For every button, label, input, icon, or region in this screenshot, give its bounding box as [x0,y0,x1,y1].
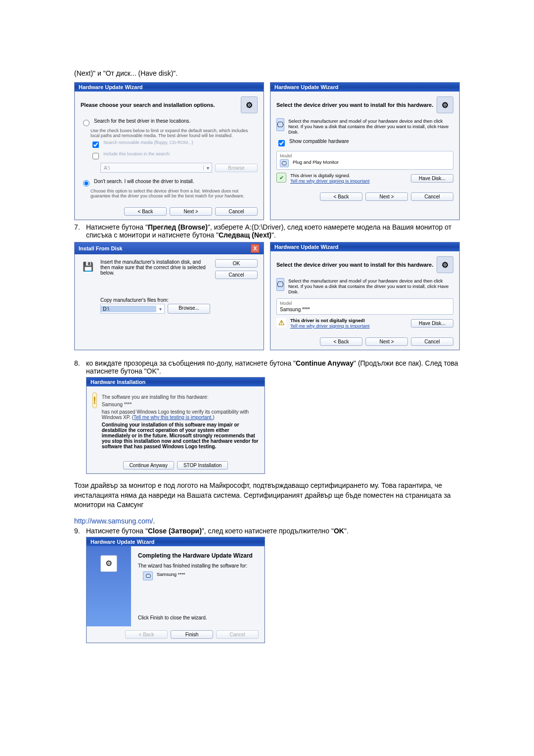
cancel-button[interactable]: Cancel [215,271,258,279]
title-text: Hardware Update Wizard [79,84,143,90]
title-text: Hardware Update Wizard [90,539,155,545]
back-button[interactable]: < Back [125,630,168,639]
heading: Select the device driver you want to ins… [276,102,433,108]
disk-icon: 💾 [81,259,95,274]
hw-line1: The software you are installing for this… [102,394,259,400]
intro-text: (Next)" и "От диск... (Have disk)". [74,69,460,77]
model-item[interactable]: Plug and Play Monitor [293,159,339,165]
copy-from-combo[interactable]: D:\ ▾ [100,304,165,314]
signing-link[interactable]: Tell me why driver signing is important [290,323,370,329]
step-number: 8. [74,359,86,367]
signing-link[interactable]: Tell me why driver signing is important [290,178,370,184]
dialog-select-driver-1: Hardware Update Wizard Select the device… [270,82,460,220]
titlebar: Hardware Update Wizard [87,537,265,546]
next-button[interactable]: Next > [365,192,408,201]
logo-test-link[interactable]: Tell me why this testing is important. [134,415,213,420]
continue-anyway-button[interactable]: Continue Anyway [123,461,174,470]
title-text: Install From Disk [79,245,123,251]
ifd-message: Insert the manufacturer's installation d… [100,259,210,276]
chk-include-label: Include this location in the search: [103,151,171,156]
url-dot: . [153,517,155,525]
radio1-subtext: Use the check boxes below to limit or ex… [90,128,258,138]
t: Натиснете бутона " [86,527,148,535]
step-7-text: Натиснете бутона "Преглед (Browse)", изб… [86,223,460,239]
step-number: 9. [74,527,86,535]
title-text: Hardware Installation [90,379,145,385]
t: ко виждате прозореца за съобщения по-дол… [86,359,296,367]
warning-icon: ! [92,392,97,408]
radio2-subtext: Choose this option to select the device … [90,189,258,198]
ok-button[interactable]: OK [215,259,258,268]
chip-icon: ⚙ [437,256,453,273]
titlebar: Hardware Update Wizard [270,242,459,251]
t: Преглед (Browse) [148,223,208,231]
stop-installation-button[interactable]: STOP Installation [177,461,228,470]
radio-dont-search[interactable] [83,180,89,187]
warning-icon: ⚠ [276,318,286,328]
step-8-text: ко виждате прозореца за съобщения по-дол… [86,359,460,375]
back-button[interactable]: < Back [124,207,167,216]
heading: Select the device driver you want to ins… [276,262,433,268]
chip-icon: ⚙ [241,96,258,113]
t: Close (Затвори) [148,527,202,535]
chip-icon: ⚙ [100,555,117,572]
radio-search-best[interactable] [83,120,89,126]
chk-removable-label: Search removable media (floppy, CD-ROM..… [103,140,193,145]
next-button[interactable]: Next > [365,337,408,346]
have-disk-button[interactable]: Have Disk... [411,319,453,328]
title-text: Hardware Update Wizard [274,84,339,90]
model-item[interactable]: Samsung **** [280,307,450,312]
t: Следващ (Next) [219,231,271,239]
cancel-button[interactable]: Cancel [216,630,259,639]
combo-value: D:\ [101,306,156,312]
titlebar: Hardware Update Wizard [270,83,459,92]
done-line2: Click Finish to close the wizard. [138,615,258,620]
cancel-button[interactable]: Cancel [215,207,258,216]
t: ". [344,527,349,535]
finish-button[interactable]: Finish [171,630,213,639]
titlebar: Hardware Update Wizard [75,83,264,92]
t: OK [334,527,344,535]
hw-warning: Continuing your installation of this sof… [102,422,259,449]
dialog-search-options: Hardware Update Wizard Please choose you… [74,82,264,220]
mid-paragraph: Този драйвър за монитор е под логото на … [74,481,460,510]
t: Натиснете бутона " [86,223,148,231]
chevron-down-icon: ▾ [156,306,164,312]
have-disk-button[interactable]: Have Disk... [411,174,453,183]
hw-line2b: ) [213,415,214,420]
t: ", след което натиснете продължително " [202,527,334,535]
cancel-button[interactable]: Cancel [411,337,453,346]
step-9-text: Натиснете бутона "Close (Затвори)", след… [86,527,460,535]
monitor-icon: 🖵 [276,278,284,291]
browse-button[interactable]: Browse [215,164,258,172]
cancel-button[interactable]: Cancel [411,192,453,201]
titlebar: Install From Disk X [75,242,264,254]
info-text: Select the manufacturer and model of you… [288,278,453,294]
radio-dont-search-label: Don't search. I will choose the driver t… [94,179,194,184]
wizard-sidebar: ⚙ [87,546,131,626]
chk-show-compatible-label: Show compatible hardware [289,139,349,144]
t: Continue Anyway [296,359,354,367]
location-combo-text: A:\ [101,165,203,171]
location-combo[interactable]: A:\ ▾ [100,163,212,173]
t: ". [271,231,276,239]
back-button[interactable]: < Back [320,337,362,346]
chk-removable-media[interactable] [92,142,99,148]
model-header: Model [280,153,450,158]
model-header: Model [280,301,450,306]
heading: Please choose your search and installati… [81,102,215,108]
chip-icon: ⚙ [437,96,453,113]
copy-from-label: Copy manufacturer's files from: [100,297,210,303]
samsung-url[interactable]: http://www.samsung.com/ [74,517,153,525]
next-button[interactable]: Next > [170,207,212,216]
dialog-hardware-installation: Hardware Installation ! The software you… [86,377,265,474]
chk-show-compatible[interactable] [278,140,285,146]
not-signed-text: This driver is not digitally signed! [290,318,370,323]
chk-include-location[interactable] [92,153,99,159]
chevron-down-icon: ▾ [203,165,212,171]
back-button[interactable]: < Back [320,192,362,201]
browse-button[interactable]: Browse... [168,304,210,314]
radio-search-best-label: Search for the best driver in these loca… [94,118,190,124]
close-icon[interactable]: X [251,244,260,253]
dialog-install-from-disk: Install From Disk X 💾 Insert the manufac… [74,242,264,350]
